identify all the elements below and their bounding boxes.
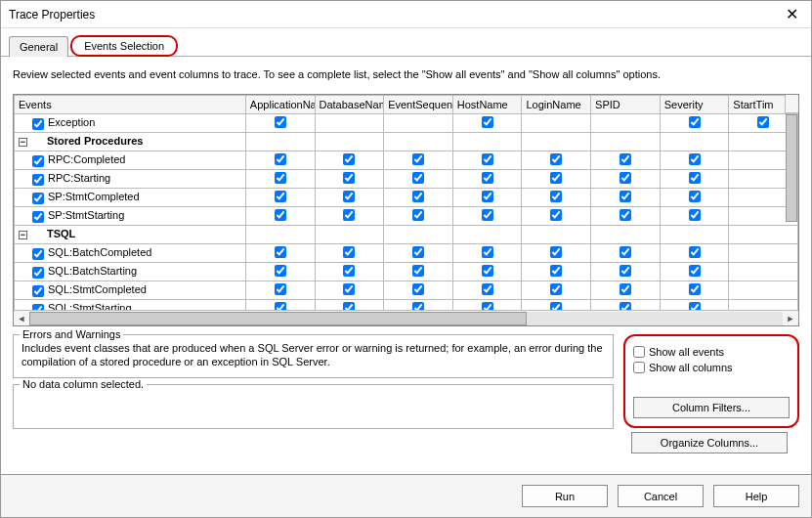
grid-cell[interactable] [522,133,591,151]
grid-cell[interactable] [591,263,661,281]
column-filters-button[interactable]: Column Filters... [633,397,790,418]
column-checkbox[interactable] [412,172,424,184]
column-header[interactable]: EventSequence [384,96,453,114]
column-checkbox[interactable] [689,246,701,258]
grid-cell[interactable] [729,300,798,311]
grid-cell[interactable] [452,170,522,189]
event-enable-checkbox[interactable] [32,211,44,223]
grid-cell[interactable] [245,189,315,207]
grid-cell[interactable] [660,114,729,133]
column-checkbox[interactable] [757,116,769,128]
grid-cell[interactable] [245,133,315,151]
grid-cell[interactable] [522,226,591,244]
column-checkbox[interactable] [343,283,355,295]
column-checkbox[interactable] [275,153,286,165]
column-header[interactable]: SPID [591,96,661,114]
column-checkbox[interactable] [343,246,355,258]
scroll-right-icon[interactable]: ► [783,312,798,325]
grid-cell[interactable] [245,170,315,189]
grid-cell[interactable] [452,151,522,170]
events-column-header[interactable]: Events [15,96,246,114]
grid-cell[interactable] [729,263,798,281]
column-checkbox[interactable] [412,209,424,221]
event-row[interactable]: SQL:BatchCompleted [15,244,798,263]
column-checkbox[interactable] [275,302,286,310]
collapse-icon[interactable]: − [19,231,27,239]
column-checkbox[interactable] [620,265,631,277]
grid-cell[interactable] [315,244,384,263]
grid-cell[interactable] [384,263,453,281]
collapse-icon[interactable]: − [19,138,27,147]
column-checkbox[interactable] [343,172,355,184]
grid-cell[interactable] [452,133,522,151]
organize-columns-button[interactable]: Organize Columns... [631,432,788,453]
grid-cell[interactable] [522,207,591,226]
event-row[interactable]: RPC:Completed [15,151,798,170]
column-checkbox[interactable] [482,209,493,221]
grid-cell[interactable] [315,133,384,151]
event-row[interactable]: SQL:StmtStarting [15,300,798,311]
grid-cell[interactable] [591,207,661,226]
column-checkbox[interactable] [275,116,286,128]
grid-cell[interactable] [245,207,315,226]
column-checkbox[interactable] [412,246,424,258]
grid-cell[interactable] [522,151,591,170]
column-checkbox[interactable] [343,153,355,165]
column-checkbox[interactable] [412,191,424,202]
event-enable-checkbox[interactable] [32,248,44,260]
event-row[interactable]: Exception [15,114,798,133]
grid-cell[interactable] [384,281,453,300]
grid-cell[interactable] [660,207,729,226]
grid-cell[interactable] [660,300,729,311]
grid-cell[interactable] [315,300,384,311]
column-checkbox[interactable] [412,302,424,310]
show-all-columns-input[interactable] [633,362,645,373]
column-checkbox[interactable] [550,209,562,221]
grid-cell[interactable] [591,281,661,300]
grid-cell[interactable] [591,170,661,189]
run-button[interactable]: Run [522,485,608,507]
grid-cell[interactable] [384,300,453,311]
column-header[interactable]: LoginName [522,96,591,114]
event-enable-checkbox[interactable] [32,193,44,204]
grid-cell[interactable] [591,114,661,133]
column-checkbox[interactable] [689,153,701,165]
column-checkbox[interactable] [689,265,701,277]
column-checkbox[interactable] [550,302,562,310]
column-checkbox[interactable] [620,153,631,165]
column-checkbox[interactable] [275,246,286,258]
tab-events-selection[interactable]: Events Selection [70,35,178,57]
column-checkbox[interactable] [620,172,631,184]
event-enable-checkbox[interactable] [32,304,44,310]
column-checkbox[interactable] [482,191,493,202]
grid-cell[interactable] [591,151,661,170]
column-header[interactable]: DatabaseName [315,96,384,114]
column-header[interactable]: Severity [660,96,729,114]
grid-cell[interactable] [245,263,315,281]
event-enable-checkbox[interactable] [32,118,44,130]
grid-cell[interactable] [522,170,591,189]
column-checkbox[interactable] [689,302,701,310]
column-checkbox[interactable] [550,153,562,165]
column-checkbox[interactable] [550,172,562,184]
grid-cell[interactable] [591,133,661,151]
column-checkbox[interactable] [343,209,355,221]
show-all-events-checkbox[interactable]: Show all events [633,346,790,358]
help-button[interactable]: Help [713,485,799,507]
column-header[interactable]: ApplicationName [245,96,315,114]
column-checkbox[interactable] [482,153,493,165]
grid-cell[interactable] [660,170,729,189]
grid-cell[interactable] [452,263,522,281]
grid-cell[interactable] [315,151,384,170]
event-row[interactable]: RPC:Starting [15,170,798,189]
grid-cell[interactable] [591,226,661,244]
grid-cell[interactable] [660,263,729,281]
grid-cell[interactable] [729,281,798,300]
category-row[interactable]: −Stored Procedures [15,133,798,151]
event-row[interactable]: SQL:BatchStarting [15,263,798,281]
column-header[interactable]: HostName [452,96,522,114]
column-checkbox[interactable] [275,191,286,202]
grid-cell[interactable] [384,226,453,244]
grid-cell[interactable] [452,244,522,263]
column-checkbox[interactable] [620,191,631,202]
